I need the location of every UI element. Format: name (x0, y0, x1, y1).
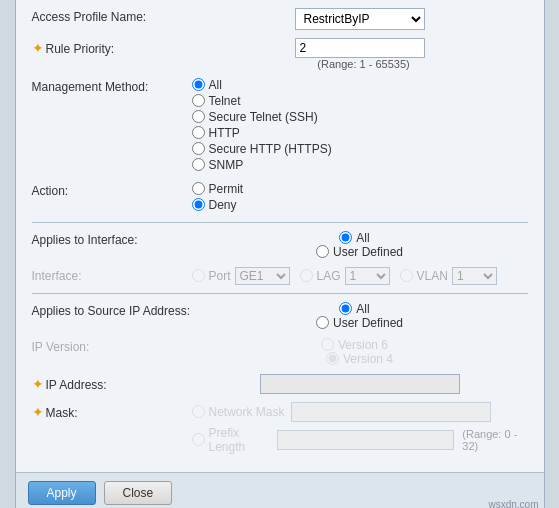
prefix-length-range: (Range: 0 - 32) (462, 428, 527, 452)
ipv6-radio[interactable] (321, 338, 334, 351)
rule-priority-input[interactable] (295, 38, 425, 58)
iface-user-label: User Defined (333, 245, 403, 259)
applies-source-ip-row: Applies to Source IP Address: All User D… (32, 302, 528, 330)
mgmt-telnet-row: Telnet (192, 94, 528, 108)
action-permit-label: Permit (209, 182, 244, 196)
iface-lag-select[interactable]: 1 (345, 267, 390, 285)
access-profile-name-controls: RestrictByIP (192, 8, 528, 30)
iface-lag-label: LAG (317, 269, 341, 283)
action-deny-row: Deny (192, 198, 528, 212)
ip-address-row: ✦IP Address: (32, 374, 528, 394)
mgmt-all-label: All (209, 78, 222, 92)
iface-all-row: All (339, 231, 369, 245)
iface-port-radio[interactable] (192, 269, 205, 282)
action-permit-row: Permit (192, 182, 528, 196)
mask-row: ✦Mask: Network Mask Prefix Length (Range… (32, 402, 528, 456)
prefix-length-radio[interactable] (192, 433, 205, 446)
iface-all-label: All (356, 231, 369, 245)
ipv4-row: Version 4 (326, 352, 393, 366)
iface-all-radio[interactable] (339, 231, 352, 244)
action-label: Action: (32, 182, 192, 198)
ipv6-label: Version 6 (338, 338, 388, 352)
management-method-controls: All Telnet Secure Telnet (SSH) HTTP (192, 78, 528, 174)
src-ip-all-label: All (356, 302, 369, 316)
mgmt-telnet-radio[interactable] (192, 94, 205, 107)
src-ip-all-row: All (339, 302, 369, 316)
ip-version-row: IP Version: Version 6 Version 4 (32, 338, 528, 366)
access-profile-select[interactable]: RestrictByIP (295, 8, 425, 30)
mgmt-http-row: HTTP (192, 126, 528, 140)
src-ip-user-row: User Defined (316, 316, 403, 330)
mgmt-http-radio[interactable] (192, 126, 205, 139)
mgmt-http-label: HTTP (209, 126, 240, 140)
mgmt-https-label: Secure HTTP (HTTPS) (209, 142, 332, 156)
mask-controls: Network Mask Prefix Length (Range: 0 - 3… (192, 402, 528, 456)
network-mask-row: Network Mask (192, 402, 528, 422)
action-deny-radio[interactable] (192, 198, 205, 211)
mask-label: ✦Mask: (32, 402, 192, 420)
iface-user-row: User Defined (316, 245, 403, 259)
network-mask-label: Network Mask (209, 405, 285, 419)
management-method-label: Management Method: (32, 78, 192, 94)
iface-port-label: Port (209, 269, 231, 283)
action-permit-radio[interactable] (192, 182, 205, 195)
access-profile-name-label: Access Profile Name: (32, 8, 192, 24)
prefix-length-row: Prefix Length (Range: 0 - 32) (192, 426, 528, 454)
network-mask-input[interactable] (291, 402, 491, 422)
interface-controls: Port GE1 LAG 1 VLAN 1 (192, 267, 528, 285)
ipv4-label: Version 4 (343, 352, 393, 366)
applies-interface-row: Applies to Interface: All User Defined (32, 231, 528, 259)
required-star: ✦ (32, 40, 44, 56)
rule-priority-row: ✦Rule Priority: (Range: 1 - 65535) (32, 38, 528, 70)
network-mask-radio[interactable] (192, 405, 205, 418)
footer: Apply Close (16, 472, 544, 509)
action-row: Action: Permit Deny (32, 182, 528, 214)
ip-address-label: ✦IP Address: (32, 374, 192, 392)
mgmt-snmp-radio[interactable] (192, 158, 205, 171)
interface-row: Interface: Port GE1 LAG 1 (32, 267, 528, 285)
src-ip-user-radio[interactable] (316, 316, 329, 329)
prefix-length-input[interactable] (277, 430, 454, 450)
form-body: Access Profile Name: RestrictByIP ✦Rule … (16, 0, 544, 472)
iface-port-select[interactable]: GE1 (235, 267, 290, 285)
src-ip-all-radio[interactable] (339, 302, 352, 315)
mgmt-ssh-label: Secure Telnet (SSH) (209, 110, 318, 124)
iface-vlan-radio[interactable] (400, 269, 413, 282)
close-button[interactable]: Close (104, 481, 173, 505)
mgmt-https-row: Secure HTTP (HTTPS) (192, 142, 528, 156)
ip-version-label: IP Version: (32, 338, 192, 354)
mgmt-ssh-row: Secure Telnet (SSH) (192, 110, 528, 124)
applies-source-ip-controls: All User Defined (192, 302, 528, 330)
access-profile-name-row: Access Profile Name: RestrictByIP (32, 8, 528, 30)
iface-user-radio[interactable] (316, 245, 329, 258)
separator-2 (32, 293, 528, 294)
mgmt-telnet-label: Telnet (209, 94, 241, 108)
ip-required-star: ✦ (32, 376, 44, 392)
iface-lag-radio[interactable] (300, 269, 313, 282)
ip-address-controls (192, 374, 528, 394)
prefix-length-label: Prefix Length (209, 426, 271, 454)
ipv4-radio[interactable] (326, 352, 339, 365)
action-deny-label: Deny (209, 198, 237, 212)
iface-vlan-select[interactable]: 1 (452, 267, 497, 285)
ip-address-input[interactable] (260, 374, 460, 394)
mgmt-https-radio[interactable] (192, 142, 205, 155)
mgmt-ssh-radio[interactable] (192, 110, 205, 123)
rule-priority-range: (Range: 1 - 65535) (317, 58, 409, 70)
src-ip-user-label: User Defined (333, 316, 403, 330)
mgmt-all-row: All (192, 78, 528, 92)
mgmt-all-radio[interactable] (192, 78, 205, 91)
rule-priority-label: ✦Rule Priority: (32, 38, 192, 56)
applies-interface-label: Applies to Interface: (32, 231, 192, 247)
iface-vlan-label: VLAN (417, 269, 448, 283)
ip-version-controls: Version 6 Version 4 (192, 338, 528, 366)
interface-label: Interface: (32, 267, 192, 283)
separator-1 (32, 222, 528, 223)
mgmt-snmp-label: SNMP (209, 158, 244, 172)
apply-button[interactable]: Apply (28, 481, 96, 505)
ipv6-row: Version 6 (321, 338, 388, 352)
interface-type-controls: Port GE1 LAG 1 VLAN 1 (192, 267, 528, 285)
watermark: wsxdn.com (488, 499, 538, 509)
management-method-row: Management Method: All Telnet Secure Tel… (32, 78, 528, 174)
applies-source-ip-label: Applies to Source IP Address: (32, 302, 192, 318)
